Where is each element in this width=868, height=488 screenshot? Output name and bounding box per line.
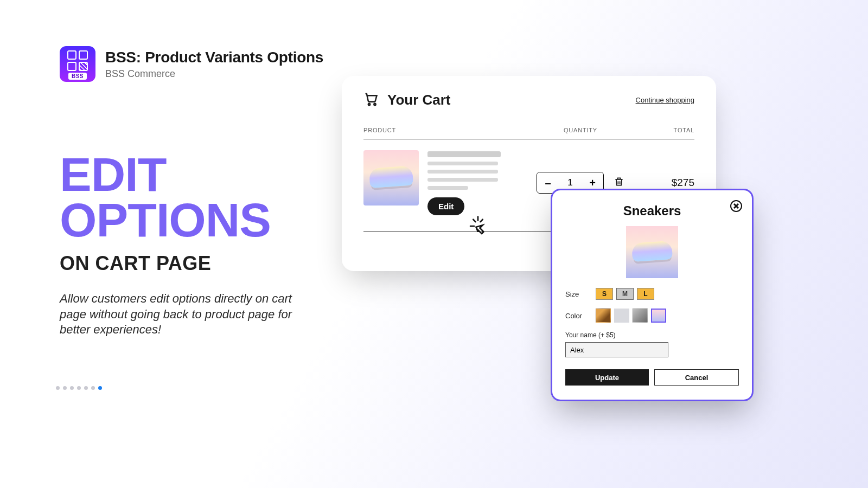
brand-logo: BSS <box>60 46 95 82</box>
name-input[interactable]: Alex <box>565 342 668 357</box>
carousel-dot[interactable] <box>91 386 95 390</box>
brand-logo-tag: BSS <box>68 73 87 80</box>
update-button[interactable]: Update <box>565 369 649 386</box>
svg-point-1 <box>374 104 375 105</box>
size-option-m[interactable]: M <box>616 288 634 300</box>
svg-point-0 <box>368 104 370 105</box>
remove-item-button[interactable] <box>614 176 624 189</box>
carousel-dot-active[interactable] <box>98 386 102 390</box>
carousel-dot[interactable] <box>70 386 74 390</box>
app-header: BSS BSS: Product Variants Options BSS Co… <box>60 46 323 82</box>
name-field-label: Your name (+ $5) <box>565 331 739 339</box>
cursor-click-icon <box>467 215 489 240</box>
color-swatch-2[interactable] <box>614 309 629 323</box>
product-thumbnail <box>363 150 419 206</box>
hero-headline-line2: OPTIONS <box>60 197 309 243</box>
modal-title: Sneakers <box>565 203 739 219</box>
product-text-placeholder: Edit <box>427 150 509 215</box>
carousel-dot[interactable] <box>84 386 88 390</box>
col-product: PRODUCT <box>363 127 526 133</box>
app-subtitle: BSS Commerce <box>105 68 323 80</box>
carousel-dot[interactable] <box>56 386 60 390</box>
col-total: TOTAL <box>635 127 694 133</box>
cancel-button[interactable]: Cancel <box>654 369 739 386</box>
modal-product-thumbnail <box>626 226 678 278</box>
edit-options-modal: Sneakers Size S M L Color Your name (+ $… <box>551 189 754 401</box>
hero-headline-line1: EDIT <box>60 152 309 197</box>
hero-description: Allow customers edit options directly on… <box>60 291 309 338</box>
carousel-dot[interactable] <box>63 386 67 390</box>
size-label: Size <box>565 290 596 298</box>
cart-title: Your Cart <box>387 92 451 108</box>
color-swatch-1[interactable] <box>596 309 611 323</box>
size-option-s[interactable]: S <box>596 288 613 300</box>
cart-icon <box>363 91 379 108</box>
col-quantity: QUANTITY <box>526 127 635 133</box>
hero-subtitle: ON CART PAGE <box>60 252 309 275</box>
carousel-dot[interactable] <box>77 386 81 390</box>
color-label: Color <box>565 312 596 320</box>
qty-value: 1 <box>559 177 582 188</box>
cart-column-headers: PRODUCT QUANTITY TOTAL <box>363 127 694 139</box>
app-title: BSS: Product Variants Options <box>105 49 323 66</box>
size-option-l[interactable]: L <box>637 288 654 300</box>
continue-shopping-link[interactable]: Continue shopping <box>636 96 694 104</box>
line-item-total: $275 <box>635 177 694 189</box>
color-swatch-selected[interactable] <box>651 309 666 323</box>
hero-section: EDIT OPTIONS ON CART PAGE Allow customer… <box>60 152 309 338</box>
edit-options-button[interactable]: Edit <box>427 197 464 215</box>
color-swatch-3[interactable] <box>633 309 648 323</box>
close-modal-button[interactable] <box>730 200 742 212</box>
carousel-pagination[interactable] <box>56 386 102 390</box>
